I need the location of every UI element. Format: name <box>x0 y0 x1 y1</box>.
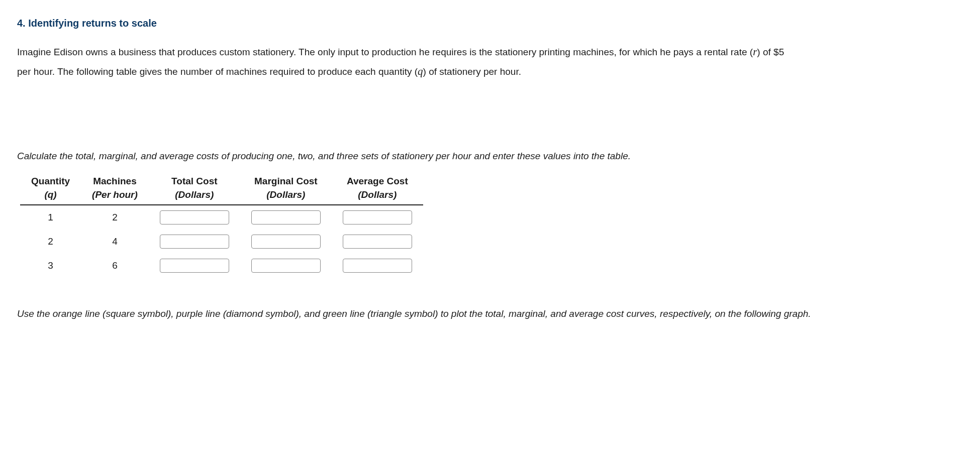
paragraph-text: Imagine Edison owns a business that prod… <box>17 47 753 57</box>
instruction-calculate: Calculate the total, marginal, and avera… <box>17 147 846 165</box>
cell-quantity: 2 <box>20 230 81 254</box>
question-heading: 4. Identifying returns to scale <box>17 14 963 33</box>
col-total-cost-header: Total Cost(Dollars) <box>149 174 240 205</box>
col-marginal-cost-header: Marginal Cost(Dollars) <box>240 174 332 205</box>
col-average-cost-header: Average Cost(Dollars) <box>332 174 423 205</box>
instruction-plot: Use the orange line (square symbol), pur… <box>17 305 846 323</box>
paragraph-text: ) of stationery per hour. <box>423 66 521 77</box>
table-row: 3 6 <box>20 254 423 278</box>
input-total-cost-3[interactable] <box>160 259 229 273</box>
col-machines-header: Machines(Per hour) <box>81 174 149 205</box>
input-average-cost-1[interactable] <box>343 210 412 224</box>
col-quantity-header: Quantity(q) <box>20 174 81 205</box>
input-total-cost-1[interactable] <box>160 210 229 224</box>
cost-table: Quantity(q) Machines(Per hour) Total Cos… <box>20 174 423 277</box>
input-average-cost-2[interactable] <box>343 235 412 249</box>
cell-quantity: 3 <box>20 254 81 278</box>
input-marginal-cost-2[interactable] <box>251 235 321 249</box>
cell-machines: 2 <box>81 205 149 230</box>
table-row: 2 4 <box>20 230 423 254</box>
input-marginal-cost-3[interactable] <box>251 259 321 273</box>
table-row: 1 2 <box>20 205 423 230</box>
cell-quantity: 1 <box>20 205 81 230</box>
input-total-cost-2[interactable] <box>160 235 229 249</box>
variable-q: q <box>418 65 423 77</box>
problem-statement: Imagine Edison owns a business that prod… <box>17 42 796 82</box>
cell-machines: 4 <box>81 230 149 254</box>
cell-machines: 6 <box>81 254 149 278</box>
input-marginal-cost-1[interactable] <box>251 210 321 224</box>
input-average-cost-3[interactable] <box>343 259 412 273</box>
